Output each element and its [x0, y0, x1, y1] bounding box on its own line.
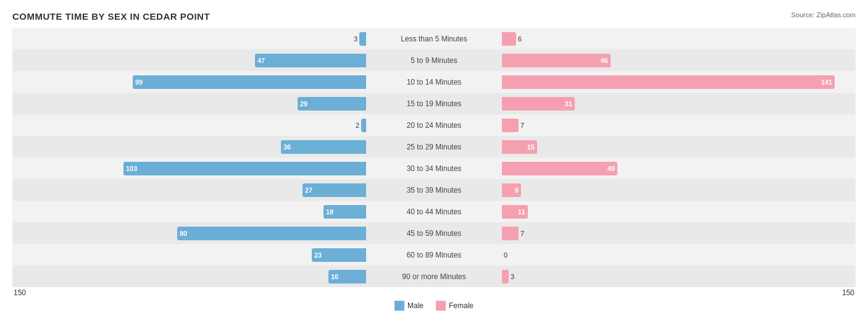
- male-value: 29: [298, 100, 310, 107]
- male-value: 36: [281, 143, 293, 151]
- legend-female: Female: [436, 301, 474, 311]
- male-value: 27: [303, 187, 315, 194]
- female-bar: 8: [502, 183, 521, 197]
- male-value: 103: [123, 165, 140, 172]
- female-bar: 7: [502, 119, 519, 132]
- male-value: 23: [312, 251, 324, 259]
- female-label: Female: [449, 301, 474, 310]
- male-bar: 36: [281, 140, 366, 154]
- row-label: 40 to 44 Minutes: [407, 208, 462, 216]
- rows-wrapper: 3 Less than 5 Minutes 6 47 5 to 9 Minute…: [12, 28, 856, 287]
- female-value: 31: [562, 100, 575, 107]
- row-label: 15 to 19 Minutes: [407, 99, 462, 108]
- table-row: 2 20 to 24 Minutes 7: [12, 114, 856, 136]
- female-bar: 141: [502, 75, 835, 89]
- male-bar: 27: [303, 183, 366, 197]
- female-bar: 11: [502, 205, 528, 219]
- source-label: Source: ZipAtlas.com: [791, 11, 856, 19]
- table-row: 103 30 to 34 Minutes 49: [12, 157, 856, 179]
- row-label: 35 to 39 Minutes: [407, 186, 462, 195]
- table-row: 29 15 to 19 Minutes 31: [12, 93, 856, 114]
- row-label: 20 to 24 Minutes: [407, 121, 462, 130]
- male-value: 2: [356, 122, 359, 129]
- female-bar: 49: [502, 162, 617, 175]
- female-bar: 3: [502, 270, 509, 283]
- male-bar: 18: [323, 205, 366, 219]
- axis-left: 150: [14, 288, 26, 297]
- male-value: 18: [323, 208, 336, 216]
- table-row: 16 90 or more Minutes 3: [12, 266, 856, 287]
- male-value: 16: [328, 273, 341, 280]
- female-bar: 15: [502, 140, 537, 154]
- row-label: 90 or more Minutes: [402, 272, 465, 281]
- table-row: 27 35 to 39 Minutes 8: [12, 179, 856, 201]
- row-label: 45 to 59 Minutes: [407, 229, 462, 238]
- row-label: 30 to 34 Minutes: [407, 164, 462, 173]
- male-value: 99: [133, 78, 145, 86]
- row-label: 5 to 9 Minutes: [411, 56, 457, 65]
- axis-right: 150: [842, 288, 854, 297]
- female-value: 15: [525, 143, 537, 151]
- male-bar: 16: [328, 270, 366, 283]
- table-row: 80 45 to 59 Minutes 7: [12, 222, 856, 244]
- male-bar: 99: [133, 75, 366, 89]
- female-value: 46: [598, 57, 611, 64]
- male-bar: 80: [177, 227, 366, 240]
- chart-title: COMMUTE TIME BY SEX IN CEDAR POINT: [12, 11, 856, 22]
- row-label: 25 to 29 Minutes: [407, 143, 462, 151]
- female-bar: 46: [502, 54, 611, 67]
- female-bar: 6: [502, 32, 516, 46]
- table-row: 36 25 to 29 Minutes 15: [12, 136, 856, 157]
- chart-container: COMMUTE TIME BY SEX IN CEDAR POINT Sourc…: [0, 0, 868, 323]
- row-label: Less than 5 Minutes: [401, 35, 467, 43]
- male-bar: 29: [298, 97, 366, 111]
- legend-male: Male: [394, 301, 424, 311]
- row-label: 10 to 14 Minutes: [407, 78, 462, 86]
- table-row: 18 40 to 44 Minutes 11: [12, 201, 856, 222]
- male-bar: 23: [312, 248, 366, 262]
- table-row: 3 Less than 5 Minutes 6: [12, 28, 856, 49]
- female-value: 0: [504, 251, 507, 259]
- male-bar: 103: [123, 162, 366, 175]
- male-value: 80: [177, 230, 190, 237]
- female-value: 6: [518, 35, 522, 43]
- female-value: 8: [512, 187, 521, 194]
- male-bar: 3: [359, 32, 366, 46]
- row-label: 60 to 89 Minutes: [407, 251, 462, 259]
- female-value: 49: [605, 165, 617, 172]
- table-row: 23 60 to 89 Minutes 0: [12, 244, 856, 266]
- male-value: 47: [255, 57, 267, 64]
- female-bar: 7: [502, 227, 519, 240]
- table-row: 47 5 to 9 Minutes 46: [12, 49, 856, 71]
- male-color-box: [394, 301, 404, 311]
- axis-labels: 150 150: [12, 288, 856, 297]
- male-label: Male: [407, 301, 424, 310]
- female-value: 7: [520, 122, 524, 129]
- female-value: 141: [819, 78, 835, 86]
- female-value: 7: [520, 230, 524, 237]
- male-bar: 2: [361, 119, 366, 132]
- female-value: 11: [515, 208, 528, 216]
- male-value: 3: [354, 35, 357, 43]
- female-color-box: [436, 301, 446, 311]
- female-value: 3: [511, 273, 514, 280]
- table-row: 99 10 to 14 Minutes 141: [12, 71, 856, 93]
- male-bar: 47: [255, 54, 366, 67]
- female-bar: 31: [502, 97, 575, 111]
- legend: Male Female: [12, 301, 856, 311]
